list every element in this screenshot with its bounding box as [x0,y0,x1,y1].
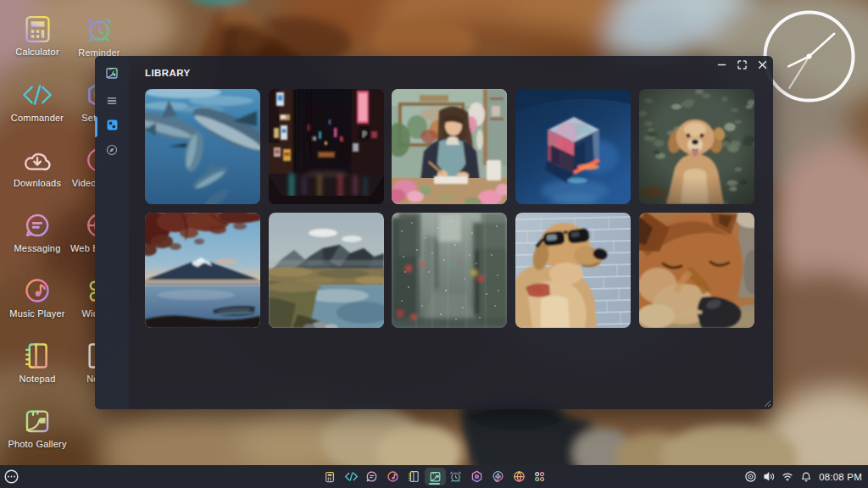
svg-text:P: P [362,130,367,139]
